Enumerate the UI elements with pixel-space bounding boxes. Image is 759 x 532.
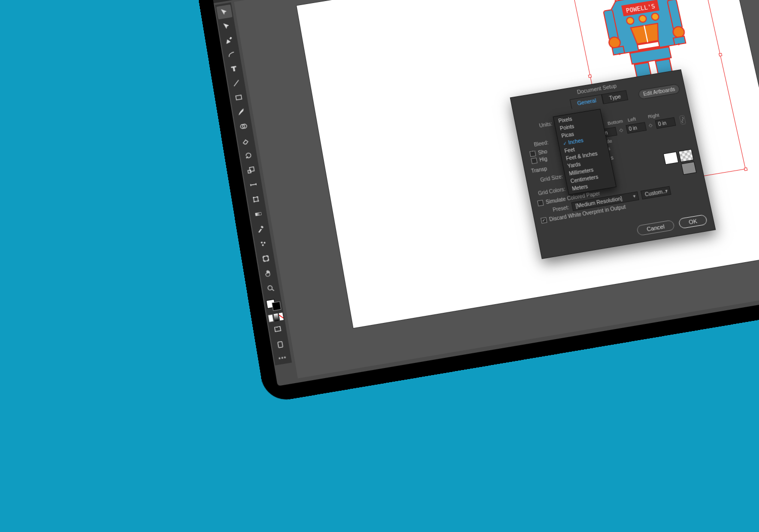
- pen-tool[interactable]: [221, 33, 237, 48]
- paintbrush-tool[interactable]: [233, 104, 249, 119]
- width-tool[interactable]: [245, 177, 262, 192]
- grid-size-label: Grid Size:: [533, 173, 564, 184]
- trans-swatch-gray[interactable]: [681, 161, 697, 175]
- bleed-left-field[interactable]: 0 in: [625, 122, 647, 134]
- svg-rect-35: [612, 46, 625, 55]
- svg-rect-36: [673, 36, 686, 45]
- svg-point-13: [262, 244, 264, 246]
- rectangle-tool[interactable]: [231, 90, 247, 105]
- curvature-tool[interactable]: [223, 47, 239, 62]
- edit-toolbox-icon[interactable]: [272, 337, 288, 353]
- more-tools-icon[interactable]: •••: [274, 353, 291, 363]
- trans-swatch-white[interactable]: [663, 151, 679, 165]
- fill-stroke-swatches[interactable]: [265, 298, 282, 312]
- selection-tool[interactable]: [216, 5, 232, 20]
- show-images-checkbox[interactable]: [529, 150, 536, 157]
- svg-rect-17: [278, 342, 283, 348]
- eraser-tool[interactable]: [238, 133, 255, 148]
- highlight-label: Hig: [539, 156, 547, 162]
- document-setup-dialog: Document Setup General Type Edit Artboar…: [510, 69, 716, 259]
- screen-mode-icon[interactable]: [269, 321, 286, 338]
- svg-point-8: [254, 201, 255, 202]
- artboard[interactable]: POWELL'S: [297, 0, 759, 328]
- bleed-right-field[interactable]: 0 in: [655, 117, 676, 129]
- svg-rect-16: [275, 326, 281, 332]
- svg-point-9: [258, 200, 259, 201]
- scale-tool[interactable]: [243, 162, 260, 178]
- draw-mode-icons[interactable]: [268, 313, 283, 322]
- svg-point-15: [268, 285, 273, 291]
- hand-tool[interactable]: [260, 266, 277, 281]
- svg-rect-0: [236, 95, 242, 100]
- gradient-tool[interactable]: [250, 206, 267, 222]
- highlight-checkbox[interactable]: [531, 157, 537, 164]
- trans-swatch-checker[interactable]: [679, 149, 694, 162]
- symbol-sprayer-tool[interactable]: [255, 236, 272, 252]
- svg-point-6: [253, 197, 254, 198]
- svg-point-11: [261, 242, 263, 243]
- link-bleed-icon[interactable]: [679, 115, 686, 125]
- svg-point-7: [257, 196, 258, 197]
- svg-rect-4: [249, 167, 254, 172]
- type-tool[interactable]: [226, 61, 242, 76]
- rotate-tool[interactable]: [240, 148, 257, 163]
- free-transform-tool[interactable]: [247, 191, 264, 207]
- simulate-paper-checkbox[interactable]: [537, 200, 543, 207]
- ok-button[interactable]: OK: [678, 214, 708, 229]
- direct-selection-tool[interactable]: [219, 19, 235, 34]
- cancel-button[interactable]: Cancel: [636, 220, 675, 236]
- bleed-label: Bleed:: [526, 139, 549, 148]
- svg-rect-10: [256, 212, 262, 216]
- svg-point-12: [264, 242, 265, 243]
- line-tool[interactable]: [228, 75, 244, 91]
- show-images-label: Sho: [537, 149, 547, 156]
- shape-builder-tool[interactable]: [235, 118, 251, 134]
- grid-colors-label: Grid Colors:: [535, 186, 566, 196]
- svg-rect-5: [254, 197, 258, 201]
- discard-overprint-checkbox[interactable]: [540, 217, 547, 224]
- artboard-tool[interactable]: [258, 251, 274, 266]
- zoom-tool[interactable]: [263, 280, 279, 296]
- eyedropper-tool[interactable]: [252, 221, 269, 237]
